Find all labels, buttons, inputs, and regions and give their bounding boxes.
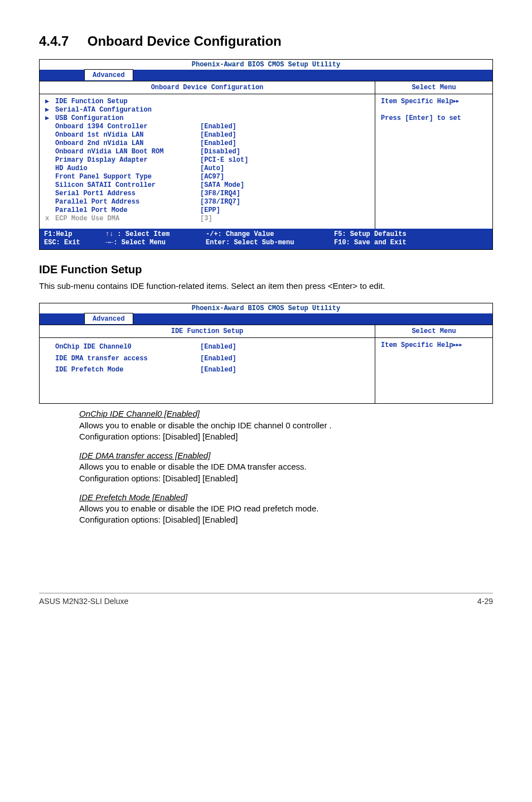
bios-setting-row[interactable]: Front Panel Support Type[AC97]: [45, 173, 369, 181]
chevron-right-icon: [456, 98, 459, 105]
row-marker-icon: [45, 190, 55, 198]
setting-label: Onboard 1st nVidia LAN: [55, 131, 200, 139]
setting-value[interactable]: [SATA Mode]: [200, 181, 369, 190]
setting-value[interactable]: [Disabled]: [200, 148, 369, 156]
row-marker-icon: [45, 156, 55, 165]
setting-value[interactable]: [Enabled]: [200, 123, 369, 131]
footer-key: F10: Save and Exit: [334, 239, 407, 247]
bios-setting-row[interactable]: Serial Port1 Address[3F8/IRQ4]: [45, 190, 369, 198]
bios-panel-onboard-device: Phoenix-Award BIOS CMOS Setup Utility Ad…: [39, 59, 493, 250]
option-description: OnChip IDE Channel0 [Enabled]Allows you …: [79, 408, 493, 442]
row-marker-icon: [45, 341, 55, 352]
setting-label: Serial Port1 Address: [55, 190, 200, 198]
bios-setting-row[interactable]: Silicon SATAII Controller[SATA Mode]: [45, 181, 369, 190]
bios-tab-advanced[interactable]: Advanced: [84, 313, 133, 324]
bios-right-header: Select Menu: [375, 325, 492, 338]
bios-setting-row[interactable]: Primary Display Adapter[PCI-E slot]: [45, 156, 369, 165]
setting-label: IDE Prefetch Mode: [55, 364, 200, 375]
setting-label: Onboard 1394 Controller: [55, 123, 200, 131]
bios-help-panel: Item Specific Help Press [Enter] to set: [375, 94, 492, 229]
bios-setting-row[interactable]: Parallel Port Address[378/IRQ7]: [45, 198, 369, 206]
setting-value[interactable]: [378/IRQ7]: [200, 198, 369, 206]
footer-key: →←: Select Menu: [105, 239, 166, 247]
row-marker-icon: [45, 353, 55, 364]
footer-key: F5: Setup Defaults: [334, 230, 407, 238]
bios-settings-list[interactable]: ▶IDE Function Setup▶Serial-ATA Configura…: [40, 94, 375, 229]
setting-label: Parallel Port Address: [55, 198, 200, 206]
row-marker-icon: [45, 198, 55, 206]
bios-setting-row[interactable]: Onboard 2nd nVidia LAN[Enabled]: [45, 139, 369, 148]
row-marker-icon: ▶: [45, 98, 55, 106]
bios-setting-row[interactable]: xECP Mode Use DMA[3]: [45, 215, 369, 223]
row-marker-icon: [45, 364, 55, 375]
bios-setting-row[interactable]: Parallel Port Mode[EPP]: [45, 206, 369, 215]
setting-value[interactable]: [200, 114, 369, 123]
bios-setting-row[interactable]: IDE Prefetch Mode[Enabled]: [45, 364, 369, 375]
bios-setting-row[interactable]: ▶USB Configuration: [45, 114, 369, 123]
section-heading: 4.4.7 Onboard Device Configuration: [39, 33, 493, 49]
setting-value[interactable]: [3]: [200, 215, 369, 223]
section-title-text: Onboard Device Configuration: [88, 33, 282, 49]
setting-value[interactable]: [Enabled]: [200, 139, 369, 148]
row-marker-icon: [45, 165, 55, 173]
bios-settings-list[interactable]: OnChip IDE Channel0[Enabled]IDE DMA tran…: [40, 338, 375, 403]
bios-tab-advanced[interactable]: Advanced: [84, 69, 133, 80]
setting-value[interactable]: [200, 106, 369, 114]
footer-product-name: ASUS M2N32-SLI Deluxe: [39, 597, 128, 606]
setting-value[interactable]: [EPP]: [200, 206, 369, 215]
option-title: IDE DMA transfer access [Enabled]: [79, 450, 493, 461]
option-description: IDE Prefetch Mode [Enabled]Allows you to…: [79, 492, 493, 526]
bios-setting-row[interactable]: IDE DMA transfer access[Enabled]: [45, 353, 369, 364]
bios-setting-row[interactable]: HD Audio[Auto]: [45, 165, 369, 173]
setting-value[interactable]: [Auto]: [200, 165, 369, 173]
bios-setting-row[interactable]: Onboard 1394 Controller[Enabled]: [45, 123, 369, 131]
setting-label: HD Audio: [55, 165, 200, 173]
setting-label: Onboard 2nd nVidia LAN: [55, 139, 200, 148]
setting-label: OnChip IDE Channel0: [55, 341, 200, 352]
row-marker-icon: [45, 139, 55, 148]
footer-key: ESC: Exit: [44, 239, 80, 247]
bios-setting-row[interactable]: Onboard nVidia LAN Boot ROM[Disabled]: [45, 148, 369, 156]
setting-value[interactable]: [AC97]: [200, 173, 369, 181]
footer-page-number: 4-29: [477, 597, 493, 606]
setting-value[interactable]: [200, 98, 369, 106]
setting-value[interactable]: [PCI-E slot]: [200, 156, 369, 165]
bios-tabbar: Advanced: [40, 70, 492, 81]
setting-label: IDE DMA transfer access: [55, 353, 200, 364]
section-number: 4.4.7: [39, 33, 69, 49]
footer-key: ↑↓ : Select Item: [105, 230, 170, 238]
footer-key: -/+: Change Value: [206, 230, 274, 238]
bios-help-panel: Item Specific Help: [375, 338, 492, 403]
row-marker-icon: ▶: [45, 114, 55, 123]
setting-value[interactable]: [Enabled]: [200, 364, 369, 375]
setting-value[interactable]: [Enabled]: [200, 131, 369, 139]
setting-label: Silicon SATAII Controller: [55, 181, 200, 190]
footer-key: F1:Help: [44, 230, 72, 238]
ide-function-setup-heading: IDE Function Setup: [39, 263, 493, 276]
options-descriptions: OnChip IDE Channel0 [Enabled]Allows you …: [79, 408, 493, 525]
bios-footer-keys: F1:Help ESC: Exit ↑↓ : Select Item →←: S…: [40, 229, 492, 249]
bios-setting-row[interactable]: ▶IDE Function Setup: [45, 98, 369, 106]
bios-tabbar: Advanced: [40, 313, 492, 325]
row-marker-icon: ▶: [45, 106, 55, 114]
bios-setting-row[interactable]: ▶Serial-ATA Configuration: [45, 106, 369, 114]
option-title: OnChip IDE Channel0 [Enabled]: [79, 408, 493, 419]
help-line-1: Item Specific Help: [381, 98, 453, 105]
option-description: IDE DMA transfer access [Enabled]Allows …: [79, 450, 493, 484]
option-title: IDE Prefetch Mode [Enabled]: [79, 492, 493, 503]
setting-label: Front Panel Support Type: [55, 173, 200, 181]
setting-value[interactable]: [Enabled]: [200, 353, 369, 364]
bios-setting-row[interactable]: Onboard 1st nVidia LAN[Enabled]: [45, 131, 369, 139]
bios-utility-title: Phoenix-Award BIOS CMOS Setup Utility: [40, 303, 492, 312]
setting-value[interactable]: [Enabled]: [200, 341, 369, 352]
setting-label: Serial-ATA Configuration: [55, 106, 200, 114]
row-marker-icon: [45, 123, 55, 131]
bios-setting-row[interactable]: OnChip IDE Channel0[Enabled]: [45, 341, 369, 352]
setting-label: Parallel Port Mode: [55, 206, 200, 215]
help-line-2: Press [Enter] to set: [381, 114, 461, 122]
chevron-right-icon: [459, 341, 462, 349]
bios-left-header: IDE Function Setup: [40, 325, 375, 338]
page-footer: ASUS M2N32-SLI Deluxe 4-29: [39, 593, 493, 606]
setting-value[interactable]: [3F8/IRQ4]: [200, 190, 369, 198]
bios-utility-title: Phoenix-Award BIOS CMOS Setup Utility: [40, 60, 492, 69]
